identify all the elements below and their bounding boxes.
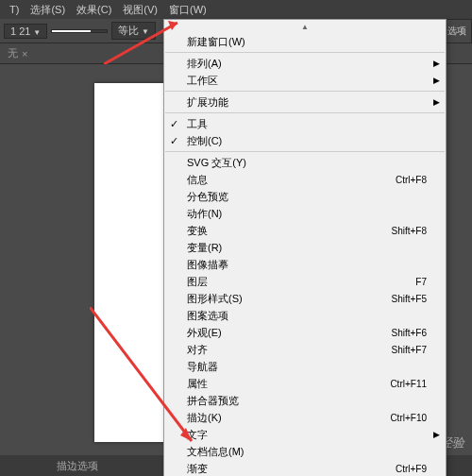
chevron-down-icon: ▼ [142,27,149,36]
menu-item[interactable]: 工作区▶ [164,72,446,89]
submenu-arrow-icon: ▶ [433,97,440,107]
menu-item[interactable]: 信息Ctrl+F8 [164,171,446,188]
menu-item-label: 对齐 [187,343,391,357]
menu-item[interactable]: 图层F7 [164,273,446,290]
menu-item[interactable]: 分色预览 [164,188,446,205]
window-menu-dropdown: ▲ 新建窗口(W)排列(A)▶工作区▶扩展功能▶✓工具✓控制(C)SVG 交互(… [163,19,447,476]
menu-item-label: 变量(R) [187,241,427,255]
menu-item[interactable]: 图像描摹 [164,256,446,273]
menu-separator [165,52,445,53]
menu-shortcut: Shift+F6 [391,328,427,338]
menu-item-label: 描边(K) [187,411,390,425]
menu-item-label: 控制(C) [187,134,427,148]
menu-item-label: 渐变 [187,462,396,476]
menu-item-label: 图像描摹 [187,258,427,272]
menu-item[interactable]: 渐变Ctrl+F9 [164,460,446,476]
menu-item-label: 外观(E) [187,326,391,340]
menu-item[interactable]: 图形样式(S)Shift+F5 [164,290,446,307]
submenu-arrow-icon: ▶ [433,59,440,68]
menu-shortcut: Ctrl+F9 [396,464,427,474]
menubar: T) 选择(S) 效果(C) 视图(V) 窗口(W) [0,0,472,19]
menu-item-label: 导航器 [187,360,427,374]
status-hint: 描边选项 [57,459,98,473]
check-icon: ✓ [170,135,178,147]
menu-item[interactable]: SVG 交互(Y) [164,154,446,171]
check-icon: ✓ [170,118,178,130]
menu-item-label: 拼合器预览 [187,394,427,408]
menu-separator [165,91,445,92]
menu-item[interactable]: 动作(N) [164,205,446,222]
menu-item-label: 工具 [187,117,427,131]
menu-separator [165,151,445,152]
menu-item-label: 分色预览 [187,190,427,204]
menu-item[interactable]: 新建窗口(W) [164,33,446,50]
menu-item-label: 属性 [187,377,390,391]
menu-item-label: 文档信息(M) [187,445,427,459]
menu-item-label: 动作(N) [187,207,427,221]
submenu-arrow-icon: ▶ [433,430,440,439]
menu-item[interactable]: 导航器 [164,358,446,375]
menu-item[interactable]: 描边(K)Ctrl+F10 [164,409,446,426]
menu-item-label: 变换 [187,224,391,238]
stroke-preview[interactable] [51,29,108,33]
menu-item[interactable]: 拼合器预览 [164,392,446,409]
menu-shortcut: Ctrl+F8 [396,175,427,185]
menu-item[interactable]: 对齐Shift+F7 [164,341,446,358]
menu-select[interactable]: 选择(S) [25,1,71,19]
menu-shortcut: Shift+F8 [391,226,427,236]
menu-item[interactable]: 变量(R) [164,239,446,256]
menu-item[interactable]: 变换Shift+F8 [164,222,446,239]
menu-item[interactable]: 文字▶ [164,426,446,443]
menu-item[interactable]: 属性Ctrl+F11 [164,375,446,392]
menu-window[interactable]: 窗口(W) [163,1,212,19]
menu-item-label: 信息 [187,173,396,187]
menu-item-label: SVG 交互(Y) [187,156,427,170]
menu-effect[interactable]: 效果(C) [71,1,117,19]
menu-item-label: 图层 [187,275,415,289]
chevron-down-icon: ▼ [33,28,41,37]
scroll-up-icon[interactable]: ▲ [164,22,446,33]
menu-shortcut: Ctrl+F10 [390,413,427,423]
menu-shortcut: Shift+F5 [391,294,427,304]
menu-shortcut: Ctrl+F11 [390,379,427,389]
menu-separator [165,112,445,113]
close-icon[interactable]: × [22,48,27,60]
menu-item[interactable]: 文档信息(M) [164,443,446,460]
menu-item-label: 文字 [187,428,427,442]
menu-item-label: 排列(A) [187,57,427,71]
menu-shortcut: Shift+F7 [391,345,427,355]
document-tab[interactable]: 无 [8,46,18,60]
menu-shortcut: F7 [415,277,427,287]
menu-item[interactable]: ✓控制(C) [164,132,446,149]
menu-t[interactable]: T) [4,2,25,17]
menu-view[interactable]: 视图(V) [117,1,163,19]
menu-item-label: 新建窗口(W) [187,35,427,49]
menu-item-label: 图形样式(S) [187,292,391,306]
menu-item[interactable]: 外观(E)Shift+F6 [164,324,446,341]
unit-dropdown[interactable]: 等比 ▼ [111,22,156,40]
menu-item-label: 扩展功能 [187,95,427,110]
menu-item-label: 图案选项 [187,309,427,323]
menu-item-label: 工作区 [187,74,427,88]
menu-item[interactable]: 排列(A)▶ [164,55,446,72]
submenu-arrow-icon: ▶ [433,76,440,85]
menu-item[interactable]: 图案选项 [164,307,446,324]
menu-item[interactable]: 扩展功能▶ [164,94,446,110]
zoom-field[interactable]: 1 21 ▼ [4,24,47,39]
menu-item[interactable]: ✓工具 [164,115,446,132]
